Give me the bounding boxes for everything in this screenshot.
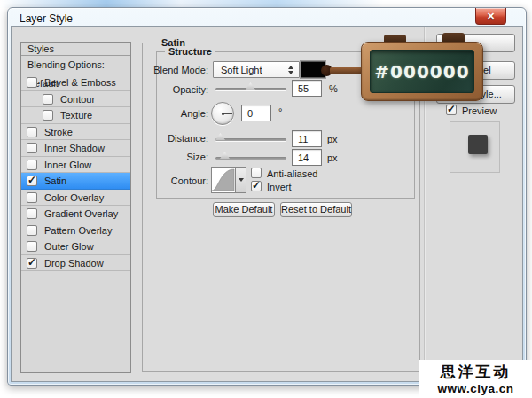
check-icon: ✓: [27, 176, 36, 184]
check-icon: ✓: [447, 105, 456, 113]
sidebar-item-label: Outer Glow: [44, 241, 94, 252]
contour-curve-icon: [212, 168, 235, 192]
sidebar-item-texture[interactable]: Texture: [21, 107, 130, 124]
make-default-button[interactable]: Make Default: [213, 202, 275, 217]
sidebar-item-inner-glow[interactable]: Inner Glow: [21, 157, 130, 174]
sidebar-item-label: Satin: [44, 176, 66, 186]
opacity-unit: %: [329, 83, 338, 94]
size-unit: px: [327, 152, 338, 163]
sidebar-item-contour[interactable]: Contour: [21, 91, 130, 108]
reset-to-default-button[interactable]: Reset to Default: [280, 202, 352, 217]
watermark-url: www.ciya.cn: [419, 382, 532, 395]
styles-list: Styles Blending Options: Default Bevel &…: [20, 42, 131, 373]
preview-layer-chip: [468, 135, 488, 154]
color-code-badge: #000000: [361, 42, 483, 101]
anti-aliased-checkbox[interactable]: [251, 168, 262, 178]
sidebar-item-drop-shadow[interactable]: ✓ Drop Shadow: [21, 255, 130, 272]
close-button[interactable]: ✕: [475, 8, 506, 25]
contour-label: Contour:: [139, 176, 208, 186]
sidebar-item-pattern-overlay[interactable]: Pattern Overlay: [21, 222, 130, 239]
angle-input[interactable]: 0: [241, 105, 271, 121]
contour-picker[interactable]: [211, 167, 236, 193]
styles-list-header: Styles: [21, 43, 130, 56]
size-label: Size:: [139, 152, 208, 162]
sidebar-item-bevel-emboss[interactable]: Bevel & Emboss: [21, 74, 130, 91]
checkbox[interactable]: [27, 160, 37, 170]
sidebar-item-blending-options[interactable]: Blending Options: Default: [21, 56, 130, 74]
sidebar-item-satin[interactable]: ✓ Satin: [21, 173, 130, 190]
distance-slider[interactable]: [215, 138, 286, 141]
dropdown-arrow-icon: [239, 178, 244, 182]
opacity-input[interactable]: 55: [292, 80, 322, 97]
sidebar-item-label: Texture: [60, 110, 92, 121]
contour-dropdown-arrow[interactable]: [236, 167, 246, 193]
dialog-title: Layer Style: [20, 12, 73, 25]
checkbox[interactable]: ✓: [27, 176, 37, 186]
angle-label: Angle:: [139, 108, 208, 119]
angle-center-dot: [222, 113, 224, 115]
check-icon: ✓: [252, 181, 261, 190]
sidebar-item-label: Gradient Overlay: [44, 208, 118, 219]
brush-handle-icon: [330, 67, 365, 74]
structure-group-title: Structure: [165, 46, 215, 57]
watermark-brand: 思洋互动: [419, 362, 532, 382]
close-icon: ✕: [487, 11, 495, 21]
checkbox[interactable]: [27, 208, 37, 219]
checkbox[interactable]: [27, 241, 37, 252]
checkbox[interactable]: [43, 94, 53, 105]
opacity-label: Opacity:: [139, 84, 208, 95]
checkbox[interactable]: [27, 143, 37, 153]
blend-mode-value: Soft Light: [221, 65, 262, 75]
anti-aliased-label: Anti-aliased: [267, 168, 317, 179]
checkbox[interactable]: [27, 77, 37, 88]
sidebar-item-label: Stroke: [44, 127, 73, 137]
checkbox[interactable]: [27, 127, 37, 137]
sidebar-item-label: Drop Shadow: [44, 258, 104, 269]
sidebar-item-label: Inner Glow: [44, 160, 91, 170]
blend-mode-label: Blend Mode:: [139, 65, 208, 75]
angle-unit: °: [278, 106, 282, 117]
checkbox[interactable]: ✓: [27, 258, 37, 269]
checkbox[interactable]: [27, 225, 37, 236]
sidebar-item-inner-shadow[interactable]: Inner Shadow: [21, 140, 130, 157]
distance-label: Distance:: [139, 133, 208, 144]
sidebar-item-label: Bevel & Emboss: [44, 77, 116, 88]
sidebar-item-stroke[interactable]: Stroke: [21, 124, 130, 141]
sidebar-item-label: Contour: [60, 94, 95, 105]
sidebar-item-label: Color Overlay: [44, 192, 104, 203]
invert-label: Invert: [267, 182, 292, 192]
sidebar-item-outer-glow[interactable]: Outer Glow: [21, 238, 130, 255]
size-input[interactable]: 14: [292, 149, 322, 166]
color-code-text: #000000: [374, 61, 469, 82]
checkbox[interactable]: [27, 192, 37, 203]
sidebar-item-label: Pattern Overlay: [44, 225, 112, 236]
preview-checkbox[interactable]: ✓: [446, 105, 457, 115]
preview-label: Preview: [462, 105, 497, 116]
distance-input[interactable]: 11: [292, 130, 322, 147]
sidebar-item-gradient-overlay[interactable]: Gradient Overlay: [21, 206, 130, 222]
blend-mode-select[interactable]: Soft Light: [213, 61, 300, 78]
combo-arrows-icon: [288, 66, 293, 74]
watermark: 思洋互动 www.ciya.cn: [419, 360, 532, 398]
check-icon: ✓: [27, 258, 36, 267]
distance-unit: px: [327, 134, 338, 144]
chalkboard: #000000: [370, 50, 474, 93]
invert-checkbox[interactable]: ✓: [251, 181, 262, 191]
sidebar-item-label: Inner Shadow: [44, 143, 105, 153]
sidebar-item-color-overlay[interactable]: Color Overlay: [21, 190, 130, 207]
angle-dial[interactable]: [211, 102, 234, 125]
checkbox[interactable]: [43, 110, 53, 121]
